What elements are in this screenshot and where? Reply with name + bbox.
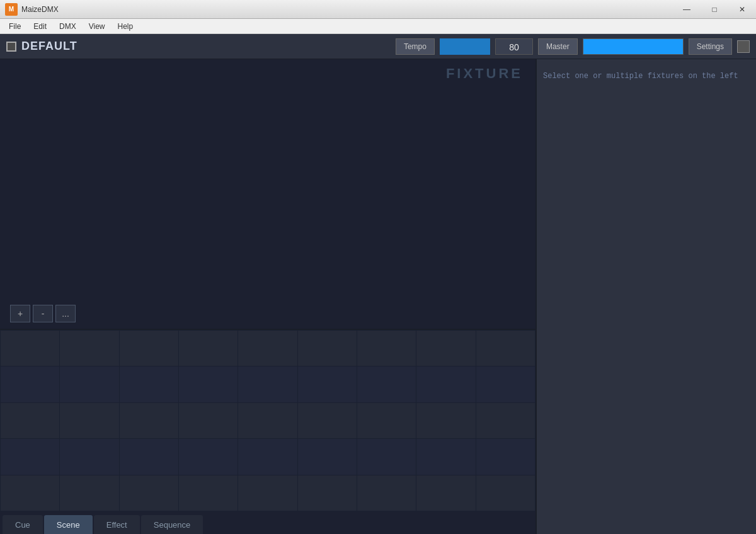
grid-cell[interactable] <box>416 366 476 402</box>
fixture-area: FIXTURE + - ... <box>0 59 536 330</box>
grid-cell[interactable] <box>476 331 535 366</box>
grid-cell[interactable] <box>60 402 119 438</box>
tempo-bar <box>440 38 490 55</box>
tab-sequence[interactable]: Sequence <box>141 515 203 534</box>
right-panel: Select one or multiple fixtures on the l… <box>537 59 756 534</box>
menu-file[interactable]: File <box>3 21 27 32</box>
grid-cell[interactable] <box>476 475 535 511</box>
master-bar <box>583 38 684 55</box>
tab-cue[interactable]: Cue <box>3 515 43 534</box>
grid-cell[interactable] <box>476 366 535 402</box>
grid-cell[interactable] <box>416 331 476 366</box>
grid-cell[interactable] <box>1 439 60 475</box>
grid-cell[interactable] <box>119 475 178 511</box>
grid-cell[interactable] <box>238 439 297 475</box>
grid-cell[interactable] <box>357 475 416 511</box>
menubar: File Edit DMX View Help <box>0 19 756 34</box>
grid-cell[interactable] <box>297 475 357 511</box>
grid-cell[interactable] <box>416 475 476 511</box>
app-logo: M <box>5 3 18 16</box>
remove-fixture-button[interactable]: - <box>33 305 53 322</box>
left-panel: FIXTURE + - ... Cue Scene Effect <box>0 59 537 534</box>
grid-cell[interactable] <box>119 366 178 402</box>
fixture-label: FIXTURE <box>446 65 523 82</box>
show-status-indicator <box>6 42 16 52</box>
menu-dmx[interactable]: DMX <box>53 21 83 32</box>
grid-cell[interactable] <box>1 366 60 402</box>
tab-effect[interactable]: Effect <box>94 515 140 534</box>
grid-cell[interactable] <box>119 439 178 475</box>
add-fixture-button[interactable]: + <box>10 305 30 322</box>
scene-grid <box>0 330 536 511</box>
grid-cell[interactable] <box>476 439 535 475</box>
grid-cell[interactable] <box>476 402 535 438</box>
grid-cell[interactable] <box>238 402 297 438</box>
menu-view[interactable]: View <box>83 21 112 32</box>
grid-cell[interactable] <box>60 331 119 366</box>
grid-cell[interactable] <box>178 331 238 366</box>
grid-cell[interactable] <box>60 475 119 511</box>
fixture-controls: + - ... <box>10 305 76 322</box>
settings-indicator <box>737 40 750 53</box>
grid-cell[interactable] <box>357 331 416 366</box>
tempo-button[interactable]: Tempo <box>396 38 435 55</box>
grid-cell[interactable] <box>119 331 178 366</box>
master-button[interactable]: Master <box>538 38 578 55</box>
grid-cell[interactable] <box>1 331 60 366</box>
grid-area <box>0 330 536 511</box>
settings-button[interactable]: Settings <box>689 38 732 55</box>
grid-cell[interactable] <box>416 439 476 475</box>
grid-cell[interactable] <box>1 475 60 511</box>
toolbar: DEFAULT Tempo 80 Master Settings <box>0 34 756 59</box>
grid-cell[interactable] <box>297 331 357 366</box>
show-name: DEFAULT <box>21 40 77 53</box>
grid-cell[interactable] <box>416 402 476 438</box>
grid-cell[interactable] <box>178 366 238 402</box>
minimize-button[interactable]: — <box>673 0 701 19</box>
bottom-tabs: Cue Scene Effect Sequence <box>0 511 536 534</box>
grid-cell[interactable] <box>238 331 297 366</box>
tempo-value[interactable]: 80 <box>495 38 533 55</box>
titlebar: M MaizeDMX — □ ✕ <box>0 0 756 19</box>
restore-button[interactable]: □ <box>701 0 728 19</box>
grid-cell[interactable] <box>178 402 238 438</box>
tab-scene[interactable]: Scene <box>44 515 93 534</box>
more-fixture-button[interactable]: ... <box>55 305 76 322</box>
grid-cell[interactable] <box>238 475 297 511</box>
grid-cell[interactable] <box>357 402 416 438</box>
grid-cell[interactable] <box>178 439 238 475</box>
grid-cell[interactable] <box>119 402 178 438</box>
menu-edit[interactable]: Edit <box>27 21 53 32</box>
fixture-hint: Select one or multiple fixtures on the l… <box>543 72 750 81</box>
grid-cell[interactable] <box>60 366 119 402</box>
window-controls: — □ ✕ <box>673 0 756 19</box>
main-layout: FIXTURE + - ... Cue Scene Effect <box>0 59 756 534</box>
grid-cell[interactable] <box>297 366 357 402</box>
grid-cell[interactable] <box>238 366 297 402</box>
grid-cell[interactable] <box>357 439 416 475</box>
grid-cell[interactable] <box>297 439 357 475</box>
grid-cell[interactable] <box>60 439 119 475</box>
grid-cell[interactable] <box>1 402 60 438</box>
close-button[interactable]: ✕ <box>728 0 756 19</box>
grid-cell[interactable] <box>178 475 238 511</box>
app-title: MaizeDMX <box>21 5 59 14</box>
grid-cell[interactable] <box>297 402 357 438</box>
menu-help[interactable]: Help <box>112 21 140 32</box>
grid-cell[interactable] <box>357 366 416 402</box>
